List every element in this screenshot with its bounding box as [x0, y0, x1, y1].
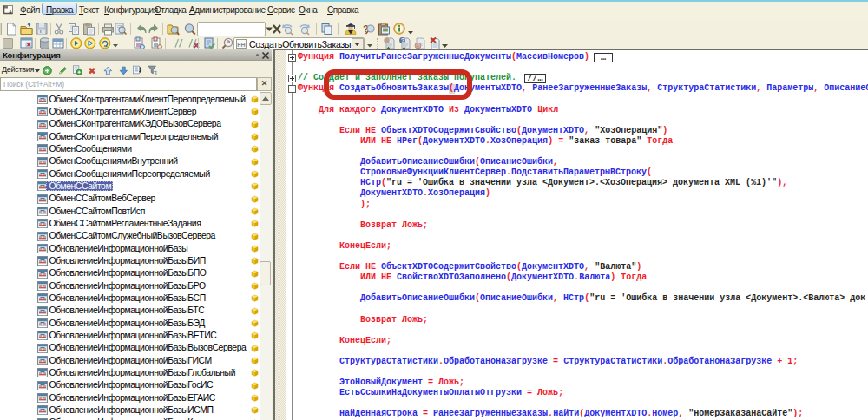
svg-text:?: ?	[401, 36, 405, 44]
